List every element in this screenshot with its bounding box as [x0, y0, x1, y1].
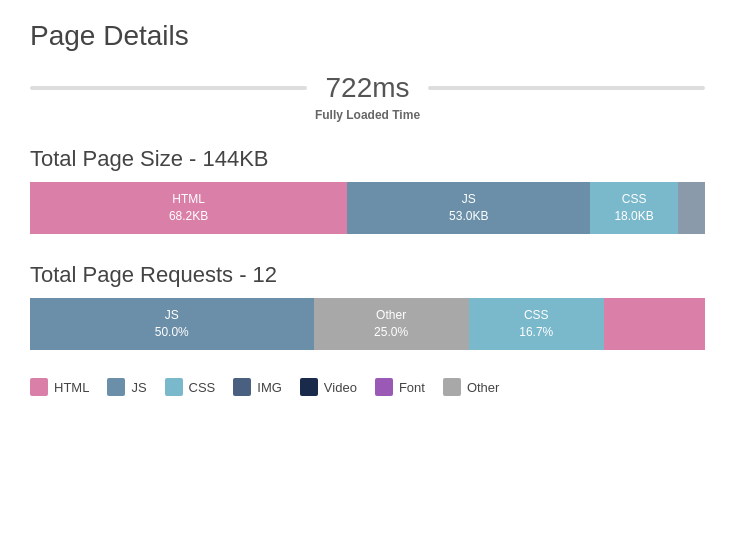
page-title: Page Details [30, 20, 705, 52]
legend-label: CSS [189, 380, 216, 395]
legend: HTML JS CSS IMG Video Font Other [30, 378, 705, 396]
loaded-time-section: 722ms Fully Loaded Time [30, 72, 705, 122]
legend-item: Font [375, 378, 425, 396]
bar-segment: Other25.0% [314, 298, 469, 350]
loaded-time-line-right [428, 86, 705, 90]
legend-swatch [300, 378, 318, 396]
loaded-time-value: 722ms [307, 72, 427, 104]
legend-item: IMG [233, 378, 282, 396]
legend-label: JS [131, 380, 146, 395]
legend-label: Other [467, 380, 500, 395]
page-size-title: Total Page Size - 144KB [30, 146, 705, 172]
legend-swatch [165, 378, 183, 396]
bar-segment [678, 182, 705, 234]
legend-swatch [233, 378, 251, 396]
loaded-time-line-left [30, 86, 307, 90]
bar-segment: HTML68.2KB [30, 182, 347, 234]
legend-item: HTML [30, 378, 89, 396]
bar-segment: CSS18.0KB [590, 182, 678, 234]
page-requests-bar: JS50.0%Other25.0%CSS16.7% [30, 298, 705, 350]
legend-label: Video [324, 380, 357, 395]
legend-item: Other [443, 378, 500, 396]
legend-swatch [375, 378, 393, 396]
legend-swatch [30, 378, 48, 396]
legend-item: Video [300, 378, 357, 396]
bar-segment: JS53.0KB [347, 182, 590, 234]
legend-label: Font [399, 380, 425, 395]
loaded-time-bar-row: 722ms [30, 72, 705, 104]
bar-segment [604, 298, 705, 350]
legend-item: JS [107, 378, 146, 396]
legend-swatch [107, 378, 125, 396]
legend-swatch [443, 378, 461, 396]
bar-segment: JS50.0% [30, 298, 314, 350]
page-size-bar: HTML68.2KBJS53.0KBCSS18.0KB [30, 182, 705, 234]
legend-item: CSS [165, 378, 216, 396]
bar-segment: CSS16.7% [469, 298, 604, 350]
legend-label: IMG [257, 380, 282, 395]
loaded-time-label: Fully Loaded Time [315, 108, 420, 122]
legend-label: HTML [54, 380, 89, 395]
page-requests-title: Total Page Requests - 12 [30, 262, 705, 288]
